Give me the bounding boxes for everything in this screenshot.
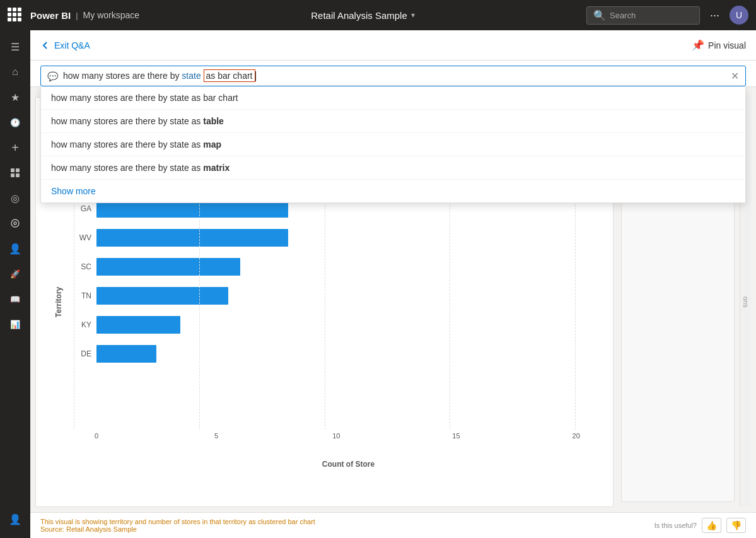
report-title: Retail Analysis Sample: [311, 10, 407, 21]
sidebar-item-deploy[interactable]: 🚀: [4, 262, 26, 285]
pin-icon: 📌: [692, 39, 704, 51]
x-tick-15: 15: [452, 432, 460, 440]
show-more-button[interactable]: Show more: [41, 180, 745, 202]
bar-fill-de[interactable]: [96, 345, 156, 363]
footer-left: This visual is showing territory and num…: [40, 518, 315, 533]
sidebar-item-profile[interactable]: 👤: [4, 508, 26, 530]
query-boxed-part: as bar chart: [204, 69, 255, 82]
sidebar-item-apps[interactable]: [4, 212, 26, 235]
footer-info-line1: This visual is showing territory and num…: [40, 518, 315, 525]
svg-rect-1: [16, 168, 20, 172]
y-axis-label: Territory: [54, 287, 63, 317]
sidebar-item-learn[interactable]: 📖: [4, 288, 26, 310]
bar-fill-sc[interactable]: [96, 258, 240, 276]
bar-fill-ky[interactable]: [96, 316, 180, 334]
bar-fill-wv[interactable]: [96, 229, 288, 247]
topbar: Power BI | My workspace Retail Analysis …: [0, 0, 756, 30]
brand-divider: |: [76, 11, 78, 20]
search-icon: 🔍: [593, 9, 606, 21]
footer-right: Is this useful? 👍 👎: [654, 518, 746, 533]
topbar-right: 🔍 ··· U: [586, 6, 748, 25]
bar-track-ky: [96, 316, 600, 334]
qa-bar: Exit Q&A 📌 Pin visual: [30, 30, 756, 61]
workspace-label[interactable]: My workspace: [83, 10, 139, 20]
bar-label-de: DE: [74, 349, 91, 358]
bar-row: WV: [74, 226, 600, 249]
sidebar-item-home[interactable]: ⌂: [4, 61, 26, 83]
qa-clear-button[interactable]: ✕: [731, 70, 739, 82]
autocomplete-item-2[interactable]: how many stores are there by state as ta…: [41, 110, 745, 133]
sidebar-item-create[interactable]: +: [4, 136, 26, 159]
svg-point-5: [14, 222, 16, 225]
query-space: [201, 71, 204, 81]
sidebar-item-metrics[interactable]: 📊: [4, 313, 26, 336]
x-tick-5: 5: [214, 432, 218, 440]
exit-qa-button[interactable]: Exit Q&A: [40, 40, 90, 50]
x-axis: 0 5 10 15 20: [96, 432, 600, 445]
sidebar-item-people[interactable]: 👤: [4, 237, 26, 260]
bar-track-tn: [96, 287, 600, 305]
sidebar-item-favorites[interactable]: ★: [4, 86, 26, 108]
exit-qa-label: Exit Q&A: [54, 40, 90, 50]
main-content: Exit Q&A 📌 Pin visual 💬 how many stores …: [30, 30, 756, 538]
bar-label-ga: GA: [74, 204, 91, 213]
pin-visual-button[interactable]: Pin visual: [708, 40, 746, 50]
bar-row: SC: [74, 255, 600, 278]
query-normal-part: how many stores are there by: [63, 71, 182, 81]
layout: ☰ ⌂ ★ 🕐 + ◎ 👤 🚀 📖 📊 👤 Exit Q&A: [0, 30, 756, 538]
app-name: Power BI: [30, 10, 71, 21]
bar-label-tn: TN: [74, 291, 91, 300]
back-arrow-icon: [40, 40, 50, 50]
bar-track-de: [96, 345, 600, 363]
search-input[interactable]: [610, 11, 685, 20]
x-axis-label: Count of Store: [96, 460, 600, 469]
bar-label-sc: SC: [74, 262, 91, 271]
x-tick-0: 0: [95, 432, 98, 440]
autocomplete-item-3[interactable]: how many stores are there by state as ma…: [41, 133, 745, 156]
autocomplete-item-1[interactable]: how many stores are there by state as ba…: [41, 86, 745, 110]
title-caret-icon[interactable]: ▾: [411, 11, 415, 20]
brand: Power BI | My workspace: [30, 10, 139, 21]
cursor: [255, 71, 256, 81]
qa-chat-icon: 💬: [47, 71, 58, 81]
bar-row: KY: [74, 313, 600, 336]
sidebar-item-goals[interactable]: ◎: [4, 187, 26, 209]
bar-track-wv: [96, 229, 600, 247]
x-tick-20: 20: [573, 432, 580, 440]
bar-row: DE: [74, 342, 600, 365]
footer-bar: This visual is showing territory and num…: [30, 512, 756, 538]
pin-visual-label: Pin visual: [708, 40, 746, 50]
bar-label-wv: WV: [74, 233, 91, 242]
more-options-button[interactable]: ···: [707, 6, 722, 25]
sidebar-item-menu[interactable]: ☰: [4, 35, 26, 58]
thumbdown-button[interactable]: 👎: [726, 518, 746, 533]
qa-input-display[interactable]: how many stores are there by state as ba…: [63, 71, 726, 81]
bar-row: TN: [74, 284, 600, 307]
search-box[interactable]: 🔍: [586, 6, 700, 25]
svg-point-4: [11, 219, 19, 227]
topbar-center: Retail Analysis Sample ▾: [147, 10, 579, 21]
apps-grid-icon[interactable]: [8, 8, 23, 23]
query-blue-part: state: [182, 71, 201, 81]
qa-dropdown: how many stores are there by state as ba…: [40, 86, 746, 203]
qa-search-input-row[interactable]: 💬 how many stores are there by state as …: [40, 66, 746, 86]
useful-label: Is this useful?: [654, 522, 697, 529]
qa-bar-left: Exit Q&A: [40, 40, 90, 50]
bar-track-sc: [96, 258, 600, 276]
qa-search-container: 💬 how many stores are there by state as …: [30, 61, 756, 87]
sidebar-bottom: 👤: [4, 508, 26, 530]
x-tick-10: 10: [332, 432, 340, 440]
bar-fill-tn[interactable]: [96, 287, 228, 305]
svg-rect-3: [16, 173, 20, 177]
avatar[interactable]: U: [730, 6, 748, 25]
sidebar: ☰ ⌂ ★ 🕐 + ◎ 👤 🚀 📖 📊 👤: [0, 30, 30, 538]
autocomplete-item-4[interactable]: how many stores are there by state as ma…: [41, 156, 745, 180]
svg-rect-2: [11, 173, 15, 177]
qa-bar-right: 📌 Pin visual: [692, 39, 746, 51]
thumbup-button[interactable]: 👍: [702, 518, 721, 533]
sidebar-item-recent[interactable]: 🕐: [4, 111, 26, 134]
svg-rect-0: [11, 168, 15, 172]
footer-info-line2: Source: Retail Analysis Sample: [40, 525, 315, 533]
bar-label-ky: KY: [74, 320, 91, 329]
sidebar-item-browse[interactable]: [4, 161, 26, 184]
